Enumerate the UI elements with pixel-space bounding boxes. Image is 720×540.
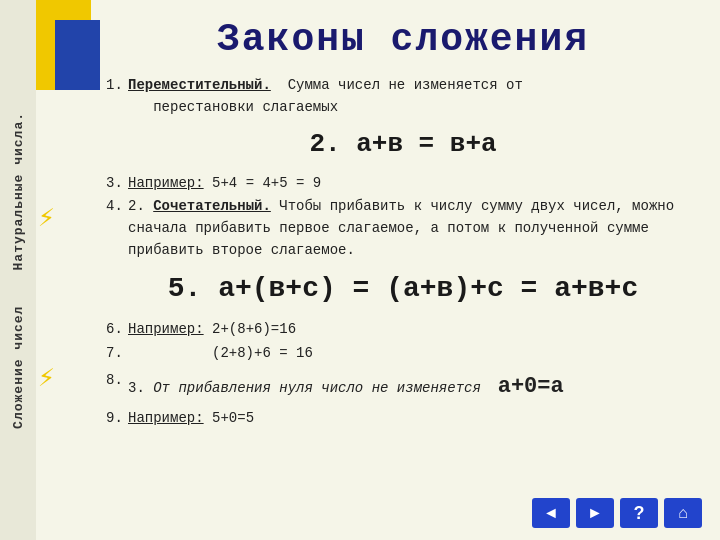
line-num-4: 4. [106, 196, 128, 218]
law-1-line: 1. Переместительный. Сумма чисел не изме… [106, 75, 700, 118]
blue-square [55, 20, 100, 90]
example-6-line: 6. Например: 2+(8+6)=16 [106, 319, 700, 341]
law-8-line: 8. 3. От прибавления нуля число не измен… [106, 370, 700, 404]
formula-associative: 5. а+(в+с) = (а+в)+с = а+в+с [106, 267, 700, 310]
line-num-9: 9. [106, 408, 128, 430]
home-button[interactable]: ⌂ [664, 498, 702, 528]
sidebar: Сложение чисел Натуральные числа. [0, 0, 36, 540]
example-7-text: (2+8)+6 = 16 [128, 343, 700, 365]
line-num-3: 3. [106, 173, 128, 195]
example-9-text: Например: 5+0=5 [128, 408, 700, 430]
law-1-text: Переместительный. Сумма чисел не изменяе… [128, 75, 700, 118]
line-num-6: 6. [106, 319, 128, 341]
line-num-1: 1. [106, 75, 128, 97]
laws-content: 1. Переместительный. Сумма чисел не изме… [106, 75, 700, 430]
formula-zero: а+0=а [498, 374, 564, 399]
lightning-bolt-2: ⚡ [38, 360, 55, 394]
law-1-name: Переместительный. [128, 77, 271, 93]
line-num-8: 8. [106, 370, 128, 392]
question-button[interactable]: ? [620, 498, 658, 528]
law-4-text: 2. Сочетательный. Чтобы прибавить к числ… [128, 196, 700, 261]
example-9-line: 9. Например: 5+0=5 [106, 408, 700, 430]
page-title: Законы сложения [106, 18, 700, 61]
sidebar-label: Сложение чисел Натуральные числа. [11, 112, 26, 429]
example-3-text: Например: 5+4 = 4+5 = 9 [128, 173, 700, 195]
line-num-7: 7. [106, 343, 128, 365]
example-7-line: 7. (2+8)+6 = 16 [106, 343, 700, 365]
navigation-buttons: ◄ ► ? ⌂ [532, 498, 702, 528]
law-8-text: 3. От прибавления нуля число не изменяет… [128, 370, 700, 404]
law-4-line: 4. 2. Сочетательный. Чтобы прибавить к ч… [106, 196, 700, 261]
example-3-line: 3. Например: 5+4 = 4+5 = 9 [106, 173, 700, 195]
next-button[interactable]: ► [576, 498, 614, 528]
formula-commutative: 2. а+в = в+а [106, 124, 700, 164]
main-content: Законы сложения 1. Переместительный. Сум… [36, 0, 720, 540]
example-6-text: Например: 2+(8+6)=16 [128, 319, 700, 341]
lightning-bolt-1: ⚡ [38, 200, 55, 234]
prev-button[interactable]: ◄ [532, 498, 570, 528]
